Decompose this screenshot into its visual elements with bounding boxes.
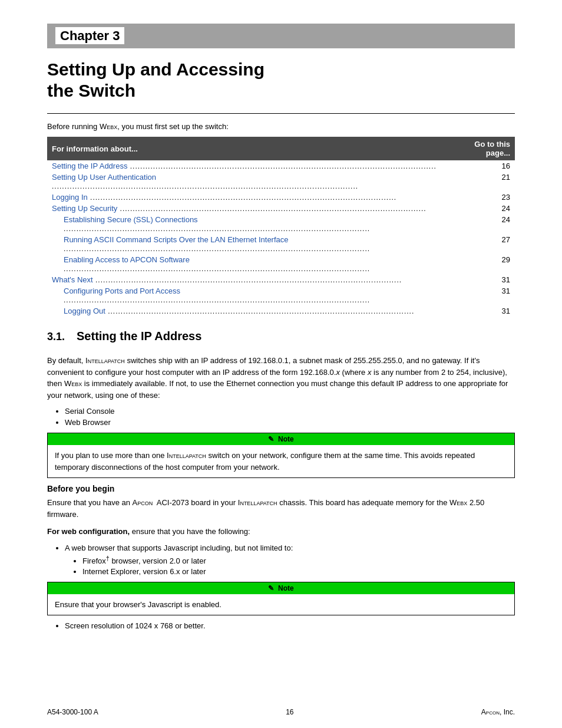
note-content-2: Ensure that your browser's Javascript is… bbox=[48, 594, 514, 615]
toc-page-num: 21 bbox=[466, 172, 515, 192]
list-item: Firefox† browser, version 2.0 or later bbox=[82, 555, 515, 565]
toc-link[interactable]: Establishing Secure (SSL) Connections bbox=[64, 215, 198, 224]
toc-link[interactable]: Setting the IP Address bbox=[52, 162, 127, 170]
title-divider bbox=[47, 113, 515, 114]
chapter-label: Chapter 3 bbox=[55, 27, 124, 44]
toc-row: Setting Up Security ....................… bbox=[47, 203, 515, 214]
list-item: Screen resolution of 1024 x 768 or bette… bbox=[65, 621, 515, 630]
toc-page-num: 23 bbox=[466, 192, 515, 203]
toc-row: Logging Out ............................… bbox=[47, 305, 515, 317]
toc-link[interactable]: What's Next bbox=[52, 275, 93, 284]
toc-row: Running ASCII Command Scripts Over the L… bbox=[47, 234, 515, 254]
toc-link[interactable]: Enabling Access to APCON Software bbox=[64, 255, 190, 264]
toc-row: Establishing Secure (SSL) Connections ..… bbox=[47, 214, 515, 234]
toc-link[interactable]: Configuring Ports and Port Access bbox=[64, 286, 180, 295]
toc-row: Enabling Access to APCON Software ......… bbox=[47, 254, 515, 274]
subsection-body1: Ensure that you have an Apcon ACI-2073 b… bbox=[47, 497, 515, 520]
subsection-bullets: A web browser that supports Javascript i… bbox=[65, 543, 515, 576]
list-item: Serial Console bbox=[65, 407, 515, 416]
footer: A54-3000-100 A 16 Apcon, Inc. bbox=[47, 708, 515, 716]
toc-table: For information about... Go to this page… bbox=[47, 137, 515, 317]
footer-center: 16 bbox=[98, 708, 481, 716]
toc-page-num: 31 bbox=[466, 285, 515, 305]
section-31-title: Setting the IP Address bbox=[77, 330, 201, 343]
chapter-banner: Chapter 3 bbox=[47, 24, 515, 48]
note-box-2: ✎ Note Ensure that your browser's Javasc… bbox=[47, 582, 515, 616]
toc-row: Setting Up User Authentication .........… bbox=[47, 172, 515, 192]
section-31-number: 3.1. bbox=[47, 331, 65, 343]
toc-col2-header: Go to this page... bbox=[466, 137, 515, 160]
subsection-before-begin-title: Before you begin bbox=[47, 484, 515, 493]
toc-page-num: 24 bbox=[466, 214, 515, 234]
toc-page-num: 31 bbox=[466, 305, 515, 317]
toc-row: Setting the IP Address .................… bbox=[47, 160, 515, 172]
toc-page-num: 27 bbox=[466, 234, 515, 254]
footer-right: Apcon, Inc. bbox=[481, 708, 515, 716]
toc-page-num: 31 bbox=[466, 274, 515, 285]
list-item: Internet Explorer, version 6.x or later bbox=[82, 567, 515, 576]
note-content-1: If you plan to use more than one Intella… bbox=[48, 445, 514, 477]
subsection-bullets2: Screen resolution of 1024 x 768 or bette… bbox=[65, 621, 515, 630]
toc-link[interactable]: Running ASCII Command Scripts Over the L… bbox=[64, 235, 289, 244]
toc-link[interactable]: Logging Out bbox=[64, 307, 105, 315]
subsection-body2: For web configuration, ensure that you h… bbox=[47, 526, 515, 538]
list-item: A web browser that supports Javascript i… bbox=[65, 543, 515, 576]
toc-row: Logging In .............................… bbox=[47, 192, 515, 203]
toc-page-num: 16 bbox=[466, 160, 515, 172]
section-31-body1: By default, Intellapatch switches ship w… bbox=[47, 355, 515, 401]
footer-left: A54-3000-100 A bbox=[47, 708, 98, 716]
toc-row: What's Next ............................… bbox=[47, 274, 515, 285]
toc-col1-header: For information about... bbox=[47, 137, 466, 160]
page-title: Setting Up and Accessing the Switch bbox=[47, 59, 515, 101]
page: Chapter 3 Setting Up and Accessing the S… bbox=[0, 0, 562, 728]
list-item: Web Browser bbox=[65, 418, 515, 427]
toc-page-num: 29 bbox=[466, 254, 515, 274]
toc-link[interactable]: Setting Up User Authentication bbox=[52, 173, 156, 182]
toc-link[interactable]: Setting Up Security bbox=[52, 204, 117, 213]
intro-text: Before running Webx, you must first set … bbox=[47, 122, 515, 131]
note-box-1: ✎ Note If you plan to use more than one … bbox=[47, 433, 515, 478]
toc-link[interactable]: Logging In bbox=[52, 193, 88, 202]
note-header-1: ✎ Note bbox=[48, 433, 514, 445]
note-header-2: ✎ Note bbox=[48, 582, 514, 594]
toc-page-num: 24 bbox=[466, 203, 515, 214]
section-31-bullets: Serial Console Web Browser bbox=[65, 407, 515, 427]
sub-bullet-list: Firefox† browser, version 2.0 or later I… bbox=[82, 555, 515, 576]
section-31-header: 3.1. Setting the IP Address bbox=[47, 330, 515, 349]
toc-row: Configuring Ports and Port Access ......… bbox=[47, 285, 515, 305]
